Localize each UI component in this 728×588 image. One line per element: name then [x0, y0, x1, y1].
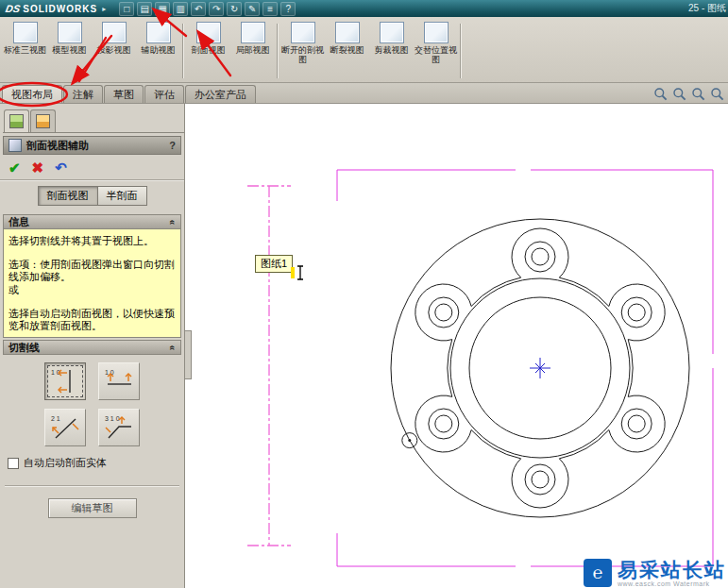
undo-icon[interactable]: ↶ — [191, 2, 206, 16]
document-title: 25 - 图纸 — [688, 2, 726, 15]
toolbar-button-crop-view[interactable]: 剪裁视图 — [369, 20, 414, 82]
toolbar-button-label: 标准三视图 — [4, 45, 47, 55]
feature-manager-tab[interactable] — [4, 109, 29, 132]
open-icon[interactable]: ▤ — [137, 2, 152, 16]
panel-header: 剖面视图辅助 ? — [3, 136, 181, 155]
sketch-icon[interactable]: ✎ — [245, 2, 260, 16]
standard-3-view-icon — [13, 22, 38, 43]
ok-button[interactable]: ✔ — [8, 160, 21, 175]
new-icon[interactable]: □ — [119, 2, 134, 16]
info-message: 选择切割线并将其置于视图上。 选项：使用剖面视图弹出窗口向切割线添加偏移。 或 … — [3, 229, 181, 338]
svg-text:2 1: 2 1 — [51, 415, 60, 422]
toolbar-button-standard-3-view[interactable]: 标准三视图 — [3, 20, 47, 82]
tab-sketch[interactable]: 草图 — [104, 85, 144, 103]
toolbar-button-label: 交替位置视图 — [415, 45, 458, 64]
menu-expand-caret-icon[interactable]: ▸ — [102, 5, 106, 13]
toolbar-button-label: 剪裁视图 — [370, 45, 414, 55]
info-paragraph: 或 — [8, 284, 176, 296]
auto-start-label: 自动启动剖面实体 — [24, 456, 107, 470]
toolbar-button-label: 断裂视图 — [326, 45, 369, 55]
print-icon[interactable]: ▥ — [173, 2, 188, 16]
zoom-fit-icon[interactable] — [653, 87, 669, 102]
broken-out-section-icon — [291, 22, 315, 43]
horizontal-cutting-line-icon: 1 0 — [103, 366, 135, 396]
watermark-logo-icon: ℮ — [584, 559, 612, 587]
command-tabs: 视图布局注解草图评估办公室产品 — [0, 83, 728, 104]
panel-splitter[interactable] — [185, 330, 192, 379]
section-assist-icon — [8, 139, 22, 152]
toolbar-button-label: 断开的剖视图 — [281, 45, 325, 64]
info-group-header[interactable]: 信息 « — [3, 214, 181, 229]
auto-start-row: 自动启动剖面实体 — [0, 446, 184, 470]
drawing-svg — [185, 104, 728, 588]
options-icon[interactable]: ≡ — [262, 2, 278, 16]
tab-evaluate[interactable]: 评估 — [144, 85, 184, 103]
cutline-group-label: 切割线 — [8, 341, 40, 355]
panel-tabs — [3, 109, 184, 133]
toolbar-button-broken-out-section[interactable]: 断开的剖视图 — [280, 20, 325, 82]
panel-help-icon[interactable]: ? — [169, 140, 176, 151]
auxiliary-cutting-line-icon: 2 1 — [49, 412, 81, 443]
edit-sketch-button[interactable]: 编辑草图 — [48, 498, 137, 518]
mode-half-section-button[interactable]: 半剖面 — [98, 186, 147, 206]
watermark: ℮ 易采站长站 www.easck.com Watermark — [584, 559, 726, 587]
solidworks-logo[interactable]: DS SOLIDWORKS ▸ — [6, 3, 106, 14]
svg-text:3 1 0: 3 1 0 — [105, 415, 120, 422]
view-tools — [653, 87, 725, 102]
cutting-line-aligned-button[interactable]: 3 1 0 — [98, 409, 140, 446]
auxiliary-view-icon — [146, 22, 171, 43]
projected-view-icon — [102, 22, 127, 43]
toolbar-button-detail-view[interactable]: 局部视图 — [230, 20, 275, 82]
model-view-icon — [58, 22, 82, 43]
toolbar-button-auxiliary-view[interactable]: 辅助视图 — [136, 20, 180, 82]
info-paragraph: 选项：使用剖面视图弹出窗口向切割线添加偏移。 — [8, 259, 176, 283]
cutting-line-horizontal-button[interactable]: 1 0 — [98, 362, 140, 400]
toolbar-button-projected-view[interactable]: 投影视图 — [92, 20, 136, 82]
cutting-line-auxiliary-button[interactable]: 2 1 — [44, 409, 86, 446]
toolbar-button-break-view[interactable]: 断裂视图 — [325, 20, 369, 82]
rotate-view-icon[interactable] — [710, 87, 725, 102]
toolbar-button-label: 投影视图 — [93, 45, 136, 55]
solidworks-window: DS SOLIDWORKS ▸ □▤▦▥↶↷↻✎≡? 25 - 图纸 标准三视图… — [0, 0, 728, 588]
mode-section-view-button[interactable]: 剖面视图 — [38, 186, 98, 206]
cutting-line-options: 1 0 1 0 2 1 — [0, 355, 184, 446]
drawing-sheet[interactable]: 图纸1 ℮ 易采站长站 www.easck.com Watermark — [185, 104, 728, 588]
command-toolbar: 标准三视图模型视图投影视图辅助视图剖面视图局部视图断开的剖视图断裂视图剪裁视图交… — [0, 17, 728, 83]
cutting-line-vertical-button[interactable]: 1 0 — [44, 362, 86, 400]
toolbar-button-label: 辅助视图 — [137, 45, 180, 55]
collapse-chevron-icon[interactable]: « — [168, 219, 178, 225]
auto-start-checkbox[interactable] — [8, 458, 19, 469]
toolbar-button-label: 模型视图 — [48, 45, 92, 55]
property-manager-tab[interactable] — [30, 109, 56, 132]
text-cursor-icon — [291, 264, 306, 281]
toolbar-button-section-view[interactable]: 剖面视图 — [186, 20, 230, 82]
cutline-group-header[interactable]: 切割线 « — [3, 340, 181, 355]
rebuild-icon[interactable]: ↻ — [227, 2, 242, 16]
collapse-chevron-icon[interactable]: « — [168, 344, 178, 350]
ds-logo-icon: DS — [5, 3, 21, 14]
break-view-icon — [335, 22, 360, 43]
redo-icon[interactable]: ↷ — [209, 2, 224, 16]
property-manager: 剖面视图辅助 ? ✔ ✖ ↶ 剖面视图 半剖面 信息 « 选择切割线并将其置于视… — [0, 104, 185, 588]
section-view-icon — [196, 22, 221, 43]
crop-view-icon — [380, 22, 404, 43]
tab-view-layout[interactable]: 视图布局 — [2, 85, 62, 103]
panel-divider — [5, 485, 179, 487]
cancel-button[interactable]: ✖ — [32, 160, 44, 175]
alternate-position-view-icon — [424, 22, 449, 43]
watermark-title: 易采站长站 — [618, 560, 726, 580]
help-icon[interactable]: ? — [280, 2, 296, 16]
detail-view-icon — [241, 22, 265, 43]
property-manager-icon — [36, 114, 50, 128]
toolbar-button-model-view[interactable]: 模型视图 — [47, 20, 92, 82]
aligned-cutting-line-icon: 3 1 0 — [103, 412, 135, 443]
zoom-in-out-icon[interactable] — [691, 87, 706, 102]
zoom-area-icon[interactable] — [672, 87, 687, 102]
undo-button[interactable]: ↶ — [55, 160, 67, 175]
tab-annotation[interactable]: 注解 — [63, 85, 103, 103]
save-icon[interactable]: ▦ — [155, 2, 170, 16]
panel-title: 剖面视图辅助 — [26, 139, 164, 153]
toolbar-button-alternate-position-view[interactable]: 交替位置视图 — [414, 20, 458, 82]
info-paragraph: 选择自动启动剖面视图，以便快速预览和放置剖面视图。 — [8, 308, 176, 332]
tab-office-products[interactable]: 办公室产品 — [185, 85, 256, 103]
